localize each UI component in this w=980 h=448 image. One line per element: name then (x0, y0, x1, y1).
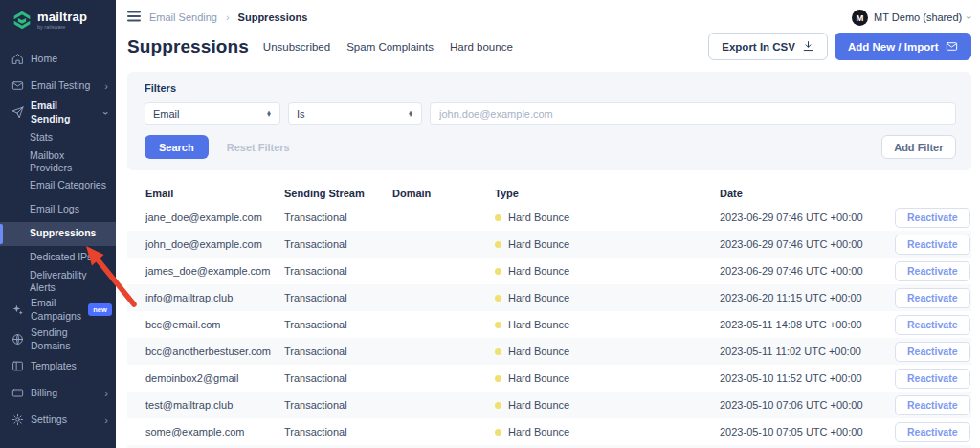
filters-panel: Filters Email ▲▼ Is ▲▼ Search Reset Filt… (127, 72, 971, 170)
tab-unsubscribed[interactable]: Unsubscribed (263, 41, 330, 53)
sidebar-item-label: Settings (31, 414, 67, 426)
column-type: Type (495, 188, 720, 199)
reset-filters-link[interactable]: Reset Filters (227, 142, 290, 153)
account-name: MT Demo (shared) (874, 11, 962, 23)
reactivate-button[interactable]: Reactivate (895, 342, 970, 362)
cell-type: Hard Bounce (495, 319, 720, 330)
account-menu[interactable]: M MT Demo (shared) › (852, 10, 970, 26)
card-icon (11, 387, 24, 399)
bounce-status-dot (495, 214, 501, 221)
reactivate-button[interactable]: Reactivate (895, 395, 970, 415)
envelope-icon (946, 40, 958, 53)
sidebar-item-label: Email Logs (30, 203, 79, 215)
table-row: jane_doe@example.comTransactionalHard Bo… (127, 204, 971, 231)
sidebar-item-deliverability-alerts[interactable]: Deliverability Alerts (0, 270, 116, 294)
add-new-import-label: Add New / Import (848, 41, 939, 53)
reactivate-button[interactable]: Reactivate (895, 422, 970, 442)
table-row: some@example.comTransactionalHard Bounce… (127, 418, 971, 445)
menu-icon[interactable] (127, 9, 141, 26)
cell-type: Hard Bounce (495, 346, 720, 357)
cell-email: info@mailtrap.club (145, 292, 284, 303)
sidebar-item-mailbox-providers[interactable]: Mailbox Providers (0, 150, 116, 174)
reactivate-button[interactable]: Reactivate (895, 288, 970, 308)
filter-field-select[interactable]: Email ▲▼ (145, 102, 280, 125)
template-icon (11, 360, 24, 372)
sidebar-item-label: Deliverability Alerts (30, 269, 108, 294)
sidebar-item-label: Mailbox Providers (30, 149, 108, 174)
cell-type: Hard Bounce (495, 212, 720, 223)
cell-sending-stream: Transactional (284, 265, 392, 277)
sidebar-item-settings[interactable]: Settings› (0, 407, 116, 434)
cell-sending-stream: Transactional (284, 372, 392, 384)
sidebar-item-sending-domains[interactable]: Sending Domains (0, 326, 116, 353)
table-row: james_doe@example.comTransactionalHard B… (127, 258, 971, 284)
bounce-status-dot (495, 322, 501, 328)
filter-field-value: Email (153, 108, 180, 120)
sidebar: mailtrap by railsware HomeEmail Testing›… (0, 0, 116, 448)
cell-date: 2023-05-10 07:06 UTC +00:00 (720, 399, 895, 411)
cell-email: bcc@anotherbestuser.com (145, 346, 284, 357)
cell-sending-stream: Transactional (284, 426, 392, 437)
breadcrumb-parent[interactable]: Email Sending (149, 11, 217, 23)
add-filter-button[interactable]: Add Filter (881, 135, 955, 159)
gear-icon (11, 414, 24, 426)
column-email: Email (145, 188, 284, 199)
sidebar-nav: HomeEmail Testing›Email Sending›StatsMai… (0, 46, 116, 434)
reactivate-button[interactable]: Reactivate (895, 208, 970, 228)
sidebar-item-email-sending[interactable]: Email Sending› (0, 100, 116, 126)
sidebar-item-home[interactable]: Home (0, 46, 116, 73)
add-new-import-button[interactable]: Add New / Import (835, 33, 971, 60)
reactivate-button[interactable]: Reactivate (895, 261, 970, 281)
type-label: Hard Bounce (508, 372, 569, 384)
table-row: info@mailtrap.clubTransactionalHard Boun… (127, 284, 971, 311)
type-label: Hard Bounce (508, 238, 569, 250)
filter-value-input[interactable] (430, 102, 956, 125)
cell-email: john_doe@example.com (145, 238, 284, 250)
cell-date: 2023-06-29 07:46 UTC +00:00 (720, 265, 895, 277)
sidebar-item-suppressions[interactable]: Suppressions (0, 222, 116, 246)
send-icon (11, 106, 24, 119)
sidebar-item-label: Email Campaigns (31, 297, 81, 322)
reactivate-button[interactable]: Reactivate (895, 315, 970, 335)
sidebar-item-billing[interactable]: Billing› (0, 380, 116, 407)
tab-hard-bounce[interactable]: Hard bounce (450, 41, 513, 53)
cell-email: jane_doe@example.com (145, 212, 284, 223)
chevron-down-icon: › (100, 111, 112, 115)
cell-sending-stream: Transactional (284, 319, 392, 330)
sidebar-item-email-campaigns[interactable]: Email Campaignsnew (0, 294, 116, 326)
sidebar-item-email-logs[interactable]: Email Logs (0, 198, 116, 222)
reactivate-button[interactable]: Reactivate (895, 369, 970, 389)
bounce-status-dot (495, 268, 501, 275)
export-csv-button[interactable]: Export In CSV (708, 33, 828, 60)
logo-sub-text: by railsware (37, 25, 87, 31)
tab-spam-complaints[interactable]: Spam Complaints (346, 41, 434, 53)
filter-operator-select[interactable]: Is ▲▼ (288, 102, 422, 125)
mailtrap-logo[interactable]: mailtrap by railsware (0, 0, 116, 40)
sidebar-item-templates[interactable]: Templates (0, 353, 116, 380)
globe-icon (11, 333, 24, 346)
table-row: bcc@anotherbestuser.comTransactionalHard… (127, 338, 971, 365)
cell-type: Hard Bounce (495, 238, 720, 250)
filters-title: Filters (145, 82, 956, 94)
bounce-status-dot (495, 348, 501, 355)
export-csv-label: Export In CSV (722, 41, 795, 53)
cell-email: test@mailtrap.club (145, 399, 284, 411)
download-icon (802, 40, 814, 53)
sidebar-item-dedicated-ips[interactable]: Dedicated IPs (0, 246, 116, 270)
sidebar-item-label: Sending Domains (31, 326, 108, 351)
cell-type: Hard Bounce (495, 372, 720, 384)
cell-email: some@example.com (145, 426, 284, 437)
sidebar-item-stats[interactable]: Stats (0, 126, 116, 150)
chevron-down-icon: › (964, 15, 974, 18)
cell-type: Hard Bounce (495, 292, 720, 303)
reactivate-button[interactable]: Reactivate (895, 235, 970, 255)
cell-date: 2023-05-10 07:05 UTC +00:00 (720, 426, 895, 437)
sidebar-item-label: Billing (31, 387, 57, 399)
search-button[interactable]: Search (145, 135, 209, 159)
type-label: Hard Bounce (508, 399, 569, 411)
table-body: jane_doe@example.comTransactionalHard Bo… (127, 204, 971, 445)
type-label: Hard Bounce (508, 212, 569, 223)
type-label: Hard Bounce (508, 292, 569, 303)
sidebar-item-email-categories[interactable]: Email Categories (0, 174, 116, 198)
sidebar-item-email-testing[interactable]: Email Testing› (0, 73, 116, 100)
